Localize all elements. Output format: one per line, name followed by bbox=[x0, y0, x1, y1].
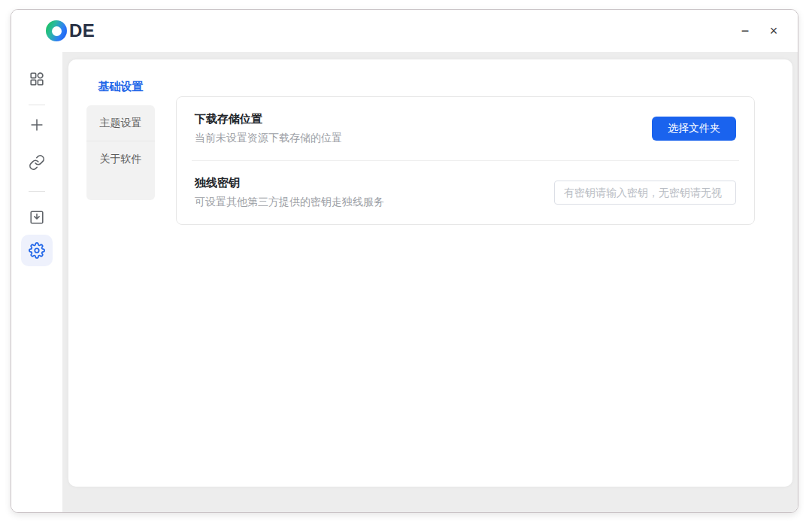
plus-icon bbox=[29, 117, 45, 133]
sidebar-item-apps[interactable] bbox=[28, 70, 46, 88]
setting-description: 当前未设置资源下载存储的位置 bbox=[195, 132, 342, 145]
settings-card: 基础设置 主题设置 关于软件 下载存储位置 当前未设置资源下载存储的位置 选择文… bbox=[68, 59, 792, 487]
sidebar-divider bbox=[29, 191, 45, 192]
app-logo: DE bbox=[46, 20, 95, 41]
setting-row-dedicated-key: 独线密钥 可设置其他第三方提供的密钥走独线服务 bbox=[177, 161, 754, 224]
sidebar-divider bbox=[29, 105, 45, 105]
setting-row-download-location: 下载存储位置 当前未设置资源下载存储的位置 选择文件夹 bbox=[177, 97, 754, 160]
sidebar bbox=[11, 52, 62, 512]
setting-title: 下载存储位置 bbox=[195, 112, 342, 126]
logo-text: DE bbox=[69, 20, 95, 41]
sidebar-item-downloads[interactable] bbox=[28, 208, 46, 226]
tab-basic-settings[interactable]: 基础设置 bbox=[86, 68, 155, 105]
basic-settings-panel: 下载存储位置 当前未设置资源下载存储的位置 选择文件夹 独线密钥 可设置其他第三… bbox=[176, 96, 755, 225]
link-icon bbox=[29, 154, 45, 171]
close-button[interactable]: × bbox=[766, 24, 781, 38]
tab-theme-settings[interactable]: 主题设置 bbox=[86, 105, 155, 141]
setting-texts: 下载存储位置 当前未设置资源下载存储的位置 bbox=[195, 112, 342, 145]
main-area: 基础设置 主题设置 关于软件 下载存储位置 当前未设置资源下载存储的位置 选择文… bbox=[62, 52, 798, 512]
titlebar: DE − × bbox=[11, 10, 798, 52]
dedicated-key-input[interactable] bbox=[554, 181, 736, 205]
minimize-button[interactable]: − bbox=[738, 24, 753, 38]
settings-tab-list: 基础设置 主题设置 关于软件 bbox=[86, 68, 155, 200]
settings-tab-group: 主题设置 关于软件 bbox=[86, 105, 155, 200]
app-body: 基础设置 主题设置 关于软件 下载存储位置 当前未设置资源下载存储的位置 选择文… bbox=[11, 52, 798, 512]
sidebar-item-link[interactable] bbox=[28, 153, 46, 171]
app-window: DE − × bbox=[11, 9, 798, 513]
setting-texts: 独线密钥 可设置其他第三方提供的密钥走独线服务 bbox=[195, 176, 384, 209]
window-controls: − × bbox=[738, 24, 781, 38]
setting-description: 可设置其他第三方提供的密钥走独线服务 bbox=[195, 196, 384, 209]
tab-about-software[interactable]: 关于软件 bbox=[86, 141, 155, 178]
apps-grid-icon bbox=[29, 71, 45, 87]
logo-ring-hole bbox=[52, 26, 62, 36]
download-icon bbox=[29, 209, 45, 226]
choose-folder-button[interactable]: 选择文件夹 bbox=[652, 117, 736, 141]
gear-icon bbox=[29, 242, 45, 259]
sidebar-item-settings[interactable] bbox=[21, 235, 53, 266]
logo-ring-icon bbox=[46, 20, 67, 41]
sidebar-item-add[interactable] bbox=[28, 116, 46, 134]
setting-title: 独线密钥 bbox=[195, 176, 384, 190]
